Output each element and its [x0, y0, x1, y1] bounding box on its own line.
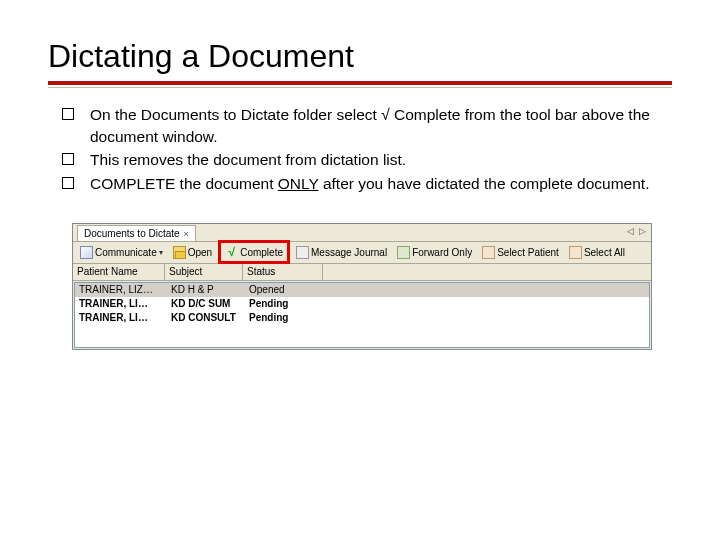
close-icon[interactable]: × [184, 229, 189, 239]
bullet-item: This removes the document from dictation… [58, 149, 672, 171]
check-icon: √ [225, 246, 238, 259]
select-patient-icon [482, 246, 495, 259]
highlight-complete: √ Complete [218, 240, 290, 264]
table-row-empty [75, 325, 649, 347]
button-label: Forward Only [412, 247, 472, 258]
journal-icon [296, 246, 309, 259]
header-patient-name[interactable]: Patient Name [73, 264, 165, 280]
cell-status: Pending [245, 312, 325, 323]
cell-status: Opened [245, 284, 325, 295]
header-status[interactable]: Status [243, 264, 323, 280]
cell-patient: TRAINER, LI… [75, 312, 167, 323]
document-grid: TRAINER, LIZ… KD H & P Opened TRAINER, L… [74, 282, 650, 348]
tab-label: Documents to Dictate [84, 228, 180, 239]
button-label: Complete [240, 247, 283, 258]
communicate-icon [80, 246, 93, 259]
tab-documents-to-dictate[interactable]: Documents to Dictate × [77, 225, 196, 241]
slide-title: Dictating a Document [48, 38, 672, 75]
cell-subject: KD CONSULT [167, 312, 245, 323]
column-headers: Patient Name Subject Status [73, 264, 651, 281]
bullet-item: On the Documents to Dictate folder selec… [58, 104, 672, 147]
button-label: Open [188, 247, 212, 258]
app-screenshot: Documents to Dictate × ◁ ▷ Communicate ▾… [72, 223, 652, 350]
title-rule [48, 81, 672, 88]
cell-patient: TRAINER, LI… [75, 298, 167, 309]
message-journal-button[interactable]: Message Journal [291, 243, 392, 261]
bullet-item: COMPLETE the document ONLY after you hav… [58, 173, 672, 195]
cell-patient: TRAINER, LIZ… [75, 284, 167, 295]
select-all-button[interactable]: Select All [564, 243, 630, 261]
tab-nav-arrows[interactable]: ◁ ▷ [627, 226, 647, 236]
bullet-text: COMPLETE the document ONLY after you hav… [90, 175, 649, 192]
forward-icon [397, 246, 410, 259]
cell-subject: KD D/C SUM [167, 298, 245, 309]
forward-only-button[interactable]: Forward Only [392, 243, 477, 261]
cell-status: Pending [245, 298, 325, 309]
complete-button[interactable]: √ Complete [221, 243, 287, 261]
button-label: Select Patient [497, 247, 559, 258]
bullet-list: On the Documents to Dictate folder selec… [48, 104, 672, 195]
folder-open-icon [173, 246, 186, 259]
open-button[interactable]: Open [168, 243, 217, 261]
table-row[interactable]: TRAINER, LIZ… KD H & P Opened [75, 283, 649, 297]
table-row[interactable]: TRAINER, LI… KD CONSULT Pending [75, 311, 649, 325]
button-label: Select All [584, 247, 625, 258]
cell-subject: KD H & P [167, 284, 245, 295]
communicate-button[interactable]: Communicate ▾ [75, 243, 168, 261]
button-label: Communicate [95, 247, 157, 258]
tab-bar: Documents to Dictate × ◁ ▷ [73, 224, 651, 242]
select-patient-button[interactable]: Select Patient [477, 243, 564, 261]
chevron-down-icon: ▾ [159, 248, 163, 257]
toolbar: Communicate ▾ Open √ Complete Message Jo… [73, 242, 651, 264]
select-all-icon [569, 246, 582, 259]
button-label: Message Journal [311, 247, 387, 258]
table-row[interactable]: TRAINER, LI… KD D/C SUM Pending [75, 297, 649, 311]
header-subject[interactable]: Subject [165, 264, 243, 280]
